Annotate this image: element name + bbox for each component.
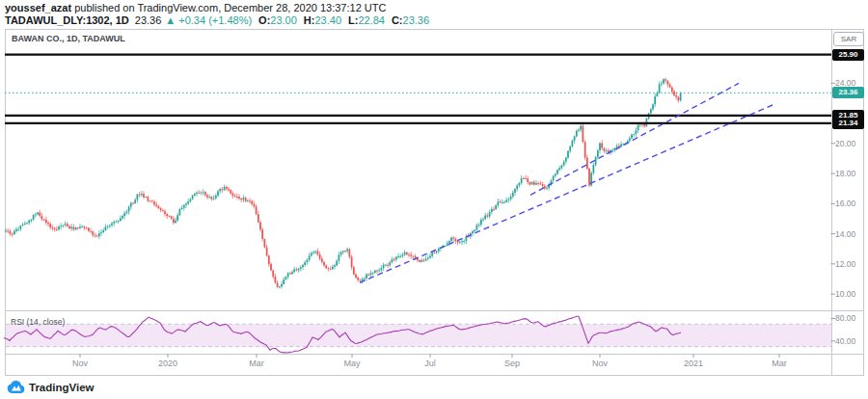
tradingview-snapshot: youssef_azat published on TradingView.co… [0, 0, 868, 399]
chart-canvas[interactable] [0, 0, 868, 399]
time-tick-label: Nov [583, 359, 617, 368]
time-tick-label: Mar [239, 359, 274, 368]
level-price-label: 25.90 [832, 49, 864, 61]
brand-name: TradingView [29, 382, 95, 393]
rsi-band [6, 324, 831, 346]
time-tick-label: May [335, 359, 369, 368]
axis-ticks [80, 83, 835, 358]
attribution-link[interactable]: TradingView [7, 380, 95, 394]
time-tick-label: 2021 [676, 359, 711, 368]
price-tick-label: 24.00 [835, 78, 855, 88]
tradingview-logo-icon[interactable] [7, 380, 25, 394]
chart-legend: BAWAN CO., 1D, TADAWUL [12, 34, 125, 43]
time-tick-label: Jul [413, 359, 448, 368]
time-tick-label: Mar [762, 359, 797, 368]
level-price-label: 21.34 [832, 118, 864, 129]
time-tick-label: Sep [495, 359, 529, 368]
price-tick-label: 10.00 [835, 289, 855, 299]
price-tick-label: 12.00 [835, 259, 855, 269]
drawing-trendlines[interactable] [360, 83, 774, 282]
time-tick-label: Nov [63, 359, 97, 368]
rsi-tick-label: 80.00 [835, 313, 855, 323]
currency-button[interactable]: SAR [833, 32, 864, 46]
price-tick-label: 20.00 [835, 139, 855, 148]
price-tick-label: 18.00 [835, 169, 855, 178]
rsi-tick-label: 40.00 [835, 336, 855, 346]
price-tick-label: 14.00 [835, 229, 855, 239]
drawing-level-lines[interactable] [5, 55, 831, 123]
price-tick-label: 16.00 [835, 199, 855, 208]
rsi-indicator-label: RSI (14, close) [11, 317, 65, 327]
time-tick-label: 2020 [150, 359, 185, 368]
candlestick-series [5, 78, 681, 289]
current-price-label: 23.36 [832, 87, 864, 98]
